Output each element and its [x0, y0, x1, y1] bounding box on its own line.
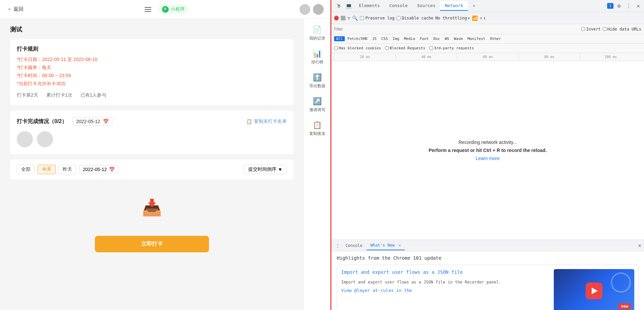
tab-console-bottom[interactable]: Console — [341, 241, 367, 250]
filter-tag-css[interactable]: CSS — [379, 36, 390, 41]
mini-program-badge: P 小程序 — [158, 5, 189, 14]
stats-participants: 已有1人参与 — [80, 92, 107, 98]
preserve-log-label[interactable]: Preserve log — [360, 16, 394, 20]
new-badge: new — [618, 303, 631, 309]
sort-button[interactable]: 提交时间倒序 ▼ — [244, 165, 287, 174]
blocked-requests-text: Blocked Requests — [390, 46, 425, 50]
filter-icon[interactable]: ▽ — [347, 15, 350, 21]
invite-icon: ↗️ — [313, 97, 322, 106]
settings-icon[interactable]: ⚙ — [616, 1, 622, 10]
third-party-checkbox[interactable] — [429, 46, 433, 50]
devtools-panel: 🖱 💻 Elements Console Sources Network » 1… — [330, 0, 644, 310]
close-bottom-panel-icon[interactable]: ✕ — [638, 242, 641, 249]
rule-frequency: *打卡频率：每天 — [17, 65, 287, 71]
tab-sources[interactable]: Sources — [412, 1, 440, 11]
page-title: 测试 — [10, 25, 293, 34]
back-button[interactable]: ＜ 返回 — [7, 6, 23, 13]
filter-tag-font[interactable]: Font — [418, 36, 431, 41]
filter-tag-doc[interactable]: Doc — [431, 36, 442, 41]
filter-yesterday[interactable]: 昨天 — [58, 165, 76, 174]
top-bar-center: P 小程序 — [142, 3, 189, 15]
filter-tag-js[interactable]: JS — [370, 36, 378, 41]
invert-checkbox[interactable] — [581, 27, 585, 31]
whats-new-label: What's New — [371, 243, 395, 248]
tick-100ms: 100 ms — [580, 53, 641, 61]
has-blocked-checkbox[interactable] — [334, 46, 338, 50]
back-label: 返回 — [13, 6, 23, 12]
hide-data-urls-label[interactable]: Hide data URLs — [603, 27, 641, 32]
upload-icon[interactable]: ⬆ — [480, 15, 482, 21]
sidebar-item-ranking[interactable]: 📊 排行榜 — [304, 46, 330, 68]
more-options-icon[interactable]: ⋮ — [625, 1, 633, 10]
sidebar-item-invite[interactable]: ↗️ 邀请填写 — [304, 94, 330, 116]
stop-button[interactable] — [341, 16, 345, 20]
throttling-dropdown[interactable]: No throttling ▾ — [435, 16, 470, 20]
filter-all[interactable]: 全部 — [17, 165, 35, 174]
invert-label[interactable]: Invert — [581, 27, 600, 32]
filter-tag-ws[interactable]: WS — [443, 36, 451, 41]
avatar-1 — [300, 4, 310, 15]
has-blocked-label[interactable]: Has blocked cookies — [334, 46, 381, 50]
hamburger-button[interactable] — [142, 3, 154, 15]
cta-container: 立即打卡 — [10, 230, 293, 258]
download-icon[interactable]: ⬇ — [483, 15, 486, 21]
filter-tag-fetch-xhr[interactable]: Fetch/XHR — [345, 36, 370, 41]
devtools-cursor-icon[interactable]: 🖱 — [334, 1, 343, 10]
tab-whats-new[interactable]: What's New ✕ — [367, 241, 405, 250]
filter-tag-wasm[interactable]: Wasm — [452, 36, 465, 41]
tab-more[interactable]: » — [468, 1, 480, 11]
tick-20ms: 20 ms — [334, 53, 395, 61]
network-empty-state: Recording network activity... Perform a … — [331, 61, 644, 240]
filter-tag-img[interactable]: Img — [391, 36, 401, 41]
records-icon: 📄 — [313, 25, 322, 34]
blocked-requests-checkbox[interactable] — [385, 46, 389, 50]
records-label: 我的记录 — [309, 36, 325, 41]
checkin-button[interactable]: 立即打卡 — [95, 236, 209, 252]
top-bar: ＜ 返回 P 小程序 — [0, 0, 330, 19]
copy-unchecked-button[interactable]: 📋 复制未打卡名单 — [246, 118, 287, 124]
news-description: Import and export user flows as a JSON f… — [341, 280, 501, 285]
filter-tag-other[interactable]: Other — [488, 36, 503, 41]
filter-tag-media[interactable]: Media — [402, 36, 417, 41]
news-text-column: Import and export user flows as a JSON f… — [341, 269, 550, 310]
third-party-label[interactable]: 3rd-party requests — [429, 46, 474, 50]
preserve-log-checkbox[interactable] — [360, 16, 364, 20]
tick-60ms: 60 ms — [457, 53, 518, 61]
blocked-requests-label[interactable]: Blocked Requests — [385, 46, 425, 50]
completion-date-picker[interactable]: 2022-05-12 📅 — [72, 117, 112, 126]
hide-data-urls-checkbox[interactable] — [603, 27, 606, 31]
highlights-title: Highlights from the Chrome 101 update — [337, 255, 639, 261]
ctrl-r-hint: Perform a request or hit Ctrl + R to rec… — [429, 148, 547, 153]
filter-today[interactable]: 今天 — [38, 165, 56, 174]
sidebar-item-records[interactable]: 📄 我的记录 — [304, 22, 330, 45]
tab-network[interactable]: Network — [440, 1, 468, 11]
content-area: 测试 打卡规则 *打卡日期：2022-05-11 至 2022-06-10 *打… — [0, 19, 304, 310]
rules-section: 打卡规则 *打卡日期：2022-05-11 至 2022-06-10 *打卡频率… — [10, 39, 293, 105]
close-devtools-icon[interactable]: ✕ — [635, 1, 641, 10]
disable-cache-checkbox[interactable] — [396, 16, 400, 20]
rule-date: *打卡日期：2022-05-11 至 2022-06-10 — [17, 57, 287, 63]
learn-more-link[interactable]: Learn more — [476, 156, 500, 161]
sidebar-item-export[interactable]: ⬆️ 导出数据 — [304, 70, 330, 92]
stats-day: 打卡第2天 — [17, 92, 38, 98]
filter-tag-all[interactable]: All — [334, 36, 345, 41]
whats-new-close-icon[interactable]: ✕ — [398, 243, 401, 248]
network-filter-input[interactable] — [334, 27, 579, 32]
disable-cache-label[interactable]: Disable cache — [396, 16, 433, 20]
filter-date-picker[interactable]: 2022-05-12 📅 — [79, 165, 118, 174]
news-link[interactable]: Import and export user flows as a JSON f… — [341, 269, 550, 276]
news-thumbnail: new — [554, 269, 634, 310]
news-view-link[interactable]: View @layer at-rules in the — [341, 288, 550, 293]
wifi-icon[interactable]: 📶 — [472, 15, 478, 21]
youtube-play-button — [586, 282, 602, 299]
calendar-icon: 📅 — [103, 119, 109, 124]
sidebar-item-copy[interactable]: 📋 复制接龙 — [304, 117, 330, 140]
devtools-device-icon[interactable]: 💻 — [343, 1, 354, 10]
filter-tag-manifest[interactable]: Manifest — [466, 36, 487, 41]
tab-elements[interactable]: Elements — [354, 1, 385, 11]
record-button[interactable] — [334, 16, 339, 20]
thumb-bg: new — [554, 269, 634, 310]
tab-console[interactable]: Console — [385, 1, 413, 11]
search-icon[interactable]: 🔍 — [352, 15, 358, 21]
bottom-options-icon[interactable]: ⋮ — [334, 242, 341, 250]
